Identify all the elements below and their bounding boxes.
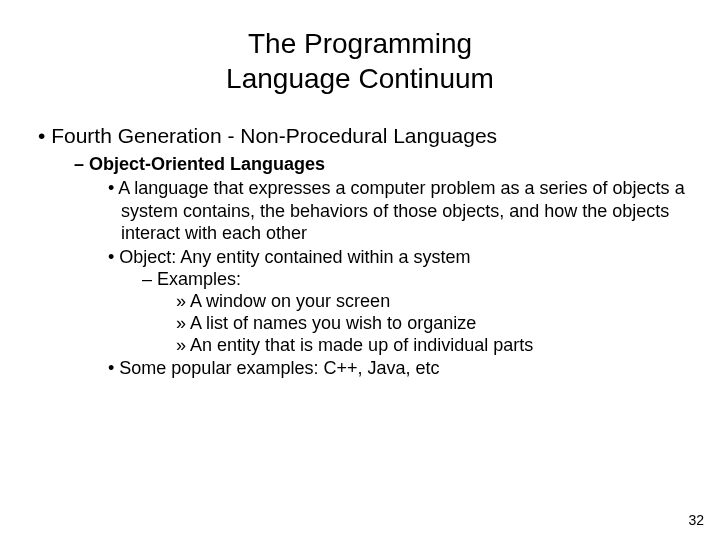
- title-line-1: The Programming: [248, 28, 472, 59]
- bullet-level3-item1: A language that expresses a computer pro…: [108, 177, 690, 245]
- bullet-level5-item2: A list of names you wish to organize: [176, 313, 690, 334]
- level4-text-1: Examples:: [157, 269, 241, 289]
- title-line-2: Language Continuum: [226, 63, 494, 94]
- bullet-level2: Object-Oriented Languages: [74, 154, 690, 175]
- level1-text: Fourth Generation - Non-Procedural Langu…: [51, 124, 497, 147]
- bullet-level4-item1: Examples:: [142, 269, 690, 290]
- bullet-level5-item3: An entity that is made up of individual …: [176, 335, 690, 356]
- level5-text-2: A list of names you wish to organize: [190, 313, 476, 333]
- bullet-level1: Fourth Generation - Non-Procedural Langu…: [38, 124, 690, 148]
- level2-text: Object-Oriented Languages: [89, 154, 325, 174]
- level3-text-3: Some popular examples: C++, Java, etc: [119, 358, 439, 378]
- level5-text-3: An entity that is made up of individual …: [190, 335, 533, 355]
- bullet-level3-item2: Object: Any entity contained within a sy…: [108, 246, 690, 269]
- bullet-level5-item1: A window on your screen: [176, 291, 690, 312]
- page-number: 32: [688, 512, 704, 528]
- slide-title: The Programming Language Continuum: [30, 26, 690, 96]
- bullet-level3-item3: Some popular examples: C++, Java, etc: [108, 357, 690, 380]
- level3-text-1: A language that expresses a computer pro…: [118, 178, 684, 243]
- level3-text-2: Object: Any entity contained within a sy…: [119, 247, 470, 267]
- level5-text-1: A window on your screen: [190, 291, 390, 311]
